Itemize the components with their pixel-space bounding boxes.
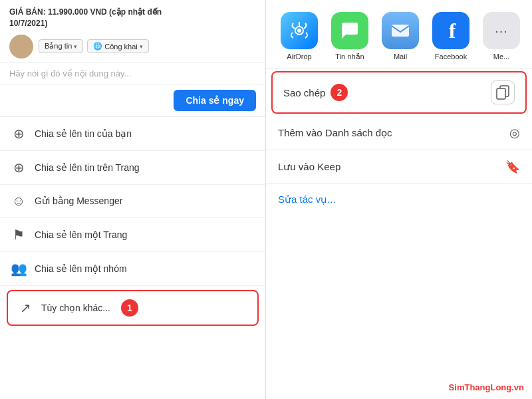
group-icon: 👥 (11, 261, 27, 277)
facebook-label: Facebook (435, 53, 467, 61)
app-facebook[interactable]: f Facebook (426, 12, 476, 61)
app-mail[interactable]: Mail (375, 12, 426, 61)
post-placeholder[interactable]: Hãy nói gì đó về nội dung này... (0, 63, 265, 84)
menu-item-messenger[interactable]: ☺ Gửi bằng Messenger (0, 185, 265, 218)
user-controls: Bảng tin ▾ 🌐 Công khai ▾ (39, 39, 149, 53)
reading-list-icon: ◎ (509, 126, 520, 140)
flag-icon: ⚑ (11, 227, 27, 243)
share-actions: Sao chép 2 Thêm vào Danh sách đọc ◎ Lưu … (266, 68, 532, 399)
menu-item-tuy-chon-khac[interactable]: ↗ Tùy chọn khác... 1 (7, 290, 259, 326)
sao-chep-item[interactable]: Sao chép 2 (271, 71, 527, 114)
menu-list: ⊕ Chia sẻ lên tin của bạn ⊕ Chia sẻ lên … (0, 117, 265, 399)
right-panel: AirDrop Tin nhắn Mail f Facebook (266, 0, 532, 399)
avatar (9, 35, 33, 59)
cong-khai-dropdown[interactable]: 🌐 Công khai ▾ (87, 39, 149, 53)
caret-icon-2: ▾ (140, 43, 143, 50)
messages-icon (331, 12, 368, 49)
sua-tac-vu-item[interactable]: Sửa tác vụ... (266, 184, 532, 215)
app-airdrop[interactable]: AirDrop (274, 12, 325, 61)
left-panel: GIÁ BÁN: 11.990.000 VND (cập nhật đến 10… (0, 0, 266, 399)
svg-rect-2 (392, 25, 409, 37)
globe-icon: 🌐 (93, 42, 102, 51)
airdrop-icon (281, 12, 318, 49)
plus-circle-icon-2: ⊕ (11, 160, 27, 176)
watermark: SimThangLong.vn (449, 382, 524, 392)
external-link-icon: ↗ (17, 300, 33, 316)
share-btn-row: Chia sẻ ngay (0, 84, 265, 117)
messenger-icon: ☺ (11, 194, 27, 209)
caret-icon: ▾ (74, 43, 77, 50)
menu-item-tin-trang[interactable]: ⊕ Chia sẻ lên tin trên Trang (0, 151, 265, 185)
app-messages[interactable]: Tin nhắn (325, 12, 375, 61)
app-more[interactable]: ··· Me... (476, 12, 527, 61)
top-bar: GIÁ BÁN: 11.990.000 VND (cập nhật đến 10… (0, 0, 265, 63)
svg-rect-4 (497, 88, 505, 99)
menu-item-mot-trang[interactable]: ⚑ Chia sẻ lên một Trang (0, 218, 265, 252)
more-label: Me... (493, 53, 509, 61)
airdrop-label: AirDrop (287, 53, 311, 61)
user-row: Bảng tin ▾ 🌐 Công khai ▾ (9, 35, 256, 59)
share-apps-row: AirDrop Tin nhắn Mail f Facebook (266, 0, 532, 68)
menu-item-tin-ban[interactable]: ⊕ Chia sẻ lên tin của bạn (0, 117, 265, 151)
share-now-button[interactable]: Chia sẻ ngay (174, 90, 256, 111)
mail-label: Mail (394, 53, 407, 61)
bookmark-icon: 🔖 (505, 160, 520, 174)
more-icon: ··· (483, 12, 520, 49)
plus-circle-icon-1: ⊕ (11, 126, 27, 142)
mail-icon (382, 12, 419, 49)
svg-point-1 (297, 29, 301, 33)
menu-item-mot-nhom[interactable]: 👥 Chia sẻ lên một nhóm (0, 252, 265, 286)
messages-label: Tin nhắn (335, 53, 364, 61)
bang-tin-dropdown[interactable]: Bảng tin ▾ (39, 39, 83, 53)
facebook-icon: f (432, 12, 469, 49)
step-1-badge: 1 (121, 299, 138, 317)
luu-vao-keep-item[interactable]: Lưu vào Keep 🔖 (266, 150, 532, 184)
sao-chep-label-row: Sao chép 2 (283, 84, 348, 101)
danh-sach-doc-item[interactable]: Thêm vào Danh sách đọc ◎ (266, 116, 532, 150)
step-2-badge: 2 (331, 84, 348, 101)
copy-icon-box (491, 80, 515, 104)
price-label: GIÁ BÁN: 11.990.000 VND (cập nhật đến 10… (9, 7, 256, 29)
